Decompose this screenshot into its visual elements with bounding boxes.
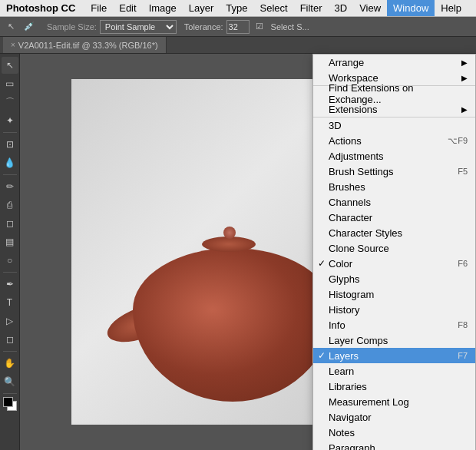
tolerance-input[interactable] (226, 20, 250, 34)
layers-check-icon: ✓ (318, 350, 326, 361)
menu-section-3: 3D Actions ⌥F9 Adjustments Brush Setting… (313, 117, 475, 450)
menu-item-paragraph[interactable]: Paragraph (313, 440, 475, 450)
menu-item-notes[interactable]: Notes (313, 425, 475, 440)
tool-crop[interactable]: ⊡ (2, 136, 18, 153)
menu-3d[interactable]: 3D (329, 0, 354, 16)
tool-gradient[interactable]: ▤ (2, 233, 18, 250)
menu-item-extensions[interactable]: Extensions ▶ (313, 101, 475, 117)
tool-divider-1 (3, 132, 17, 133)
menu-item-clone-source[interactable]: Clone Source (313, 240, 475, 256)
info-label: Info (329, 319, 345, 331)
toolbar-move-tool[interactable]: ↖ (5, 20, 18, 33)
tool-move[interactable]: ↖ (2, 57, 18, 74)
tool-divider-3 (3, 272, 17, 273)
paragraph-label: Paragraph (329, 442, 375, 451)
brushes-label: Brushes (329, 181, 365, 193)
tool-brush[interactable]: ✏ (2, 178, 18, 195)
menu-bar: Photoshop CC File Edit Image Layer Type … (0, 0, 476, 17)
tool-shape[interactable]: ◻ (2, 331, 18, 348)
menu-item-measurement-log[interactable]: Measurement Log (313, 394, 475, 409)
character-styles-label: Character Styles (329, 227, 402, 239)
foreground-color-swatch[interactable] (3, 397, 13, 407)
color-check-icon: ✓ (318, 258, 326, 269)
document-tab[interactable]: × V2A0011-Edit.tif @ 33.3% (RGB/16*) (3, 37, 167, 53)
histogram-label: Histogram (329, 289, 374, 300)
menu-item-libraries[interactable]: Libraries (313, 379, 475, 394)
tab-bar: × V2A0011-Edit.tif @ 33.3% (RGB/16*) (0, 37, 476, 54)
tool-clone[interactable]: ⎙ (2, 197, 18, 213)
tool-dodge[interactable]: ○ (2, 252, 18, 269)
toolbar-eyedropper[interactable]: 💉 (21, 20, 38, 33)
select-subject-btn: Select S... (271, 22, 309, 31)
menu-item-channels[interactable]: Channels (313, 194, 475, 210)
menu-item-navigator[interactable]: Navigator (313, 409, 475, 425)
document-tab-label: V2A0011-Edit.tif @ 33.3% (RGB/16*) (18, 41, 158, 50)
measurement-log-label: Measurement Log (329, 396, 409, 408)
menu-item-brush-settings[interactable]: Brush Settings F5 (313, 164, 475, 179)
menu-item-character[interactable]: Character (313, 210, 475, 225)
tool-type[interactable]: T (2, 294, 18, 311)
extensions-arrow-icon: ▶ (461, 105, 468, 114)
menu-layer[interactable]: Layer (183, 0, 220, 16)
menu-section-1: Arrange ▶ Workspace ▶ (313, 55, 475, 86)
toolbar: ↖ 💉 Sample Size: Point Sample 3 by 3 Ave… (0, 17, 476, 37)
character-label: Character (329, 212, 372, 223)
tool-divider-5 (3, 393, 17, 394)
workspace-arrow-icon: ▶ (461, 74, 468, 82)
learn-label: Learn (329, 366, 354, 377)
menu-view[interactable]: View (353, 0, 387, 16)
tool-lasso[interactable]: ⌒ (2, 94, 18, 111)
menu-item-adjustments[interactable]: Adjustments (313, 148, 475, 164)
tool-hand[interactable]: ✋ (2, 355, 18, 372)
menu-image[interactable]: Image (143, 0, 183, 16)
color-swatch[interactable] (3, 397, 17, 411)
menu-item-actions[interactable]: Actions ⌥F9 (313, 133, 475, 148)
menu-item-history[interactable]: History (313, 302, 475, 317)
menu-item-histogram[interactable]: Histogram (313, 286, 475, 302)
menu-edit[interactable]: Edit (113, 0, 142, 16)
tool-pen[interactable]: ✒ (2, 276, 18, 293)
tool-divider-4 (3, 351, 17, 352)
tool-selection[interactable]: ▭ (2, 75, 18, 92)
menu-item-3d[interactable]: 3D (313, 117, 475, 133)
layers-label: Layers (329, 350, 359, 362)
menu-window[interactable]: Window (387, 0, 435, 16)
color-shortcut: F6 (458, 259, 468, 268)
app-title: Photoshop CC (6, 2, 75, 14)
menu-item-color[interactable]: ✓ Color F6 (313, 256, 475, 271)
tool-zoom[interactable]: 🔍 (2, 373, 18, 390)
glyphs-label: Glyphs (329, 273, 359, 285)
layers-shortcut: F7 (458, 351, 468, 360)
layer-comps-label: Layer Comps (329, 335, 388, 346)
tool-path[interactable]: ▷ (2, 313, 18, 329)
menu-type[interactable]: Type (220, 0, 253, 16)
menu-select[interactable]: Select (253, 0, 293, 16)
menu-item-find-extensions[interactable]: Find Extensions on Exchange... (313, 86, 475, 101)
brush-settings-shortcut: F5 (458, 167, 468, 176)
tool-divider-2 (3, 174, 17, 175)
document-tab-close[interactable]: × (11, 41, 15, 49)
menu-help[interactable]: Help (435, 0, 468, 16)
menu-item-glyphs[interactable]: Glyphs (313, 271, 475, 286)
anti-alias-checkbox[interactable]: ☑ (256, 22, 263, 31)
menu-item-character-styles[interactable]: Character Styles (313, 225, 475, 240)
arrange-arrow-icon: ▶ (461, 58, 468, 67)
menu-item-arrange[interactable]: Arrange ▶ (313, 55, 475, 70)
navigator-label: Navigator (329, 412, 372, 423)
menu-item-info[interactable]: Info F8 (313, 317, 475, 333)
menu-item-learn[interactable]: Learn (313, 363, 475, 379)
menu-file[interactable]: File (84, 0, 113, 16)
channels-label: Channels (329, 197, 371, 208)
sample-size-select[interactable]: Point Sample 3 by 3 Average 5 by 5 Avera… (100, 20, 177, 34)
menu-item-layers[interactable]: ✓ Layers F7 (313, 348, 475, 363)
menu-filter[interactable]: Filter (294, 0, 329, 16)
menu-item-layer-comps[interactable]: Layer Comps (313, 333, 475, 348)
tool-eraser[interactable]: ◻ (2, 215, 18, 232)
menu-section-2: Find Extensions on Exchange... Extension… (313, 86, 475, 117)
tool-magic-wand[interactable]: ✦ (2, 112, 18, 129)
3d-label: 3D (329, 120, 342, 131)
tool-eyedropper[interactable]: 💧 (2, 154, 18, 171)
adjustments-label: Adjustments (329, 151, 384, 162)
extensions-label: Extensions (329, 104, 378, 115)
menu-item-brushes[interactable]: Brushes (313, 179, 475, 194)
